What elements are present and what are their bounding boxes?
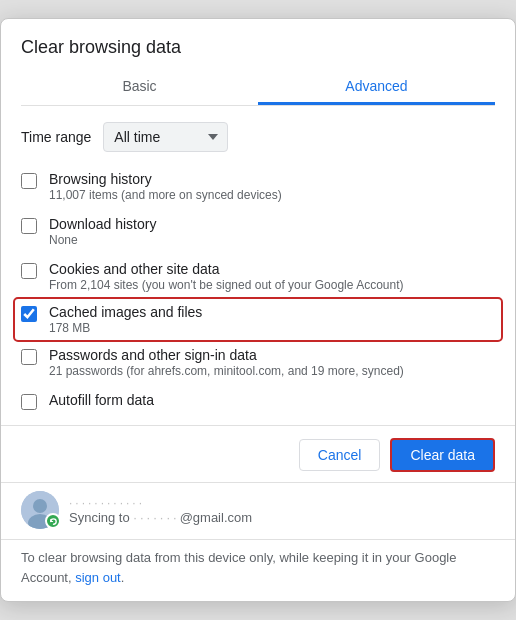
list-item: Autofill form data [21, 385, 495, 421]
tab-basic[interactable]: Basic [21, 68, 258, 105]
svg-point-1 [33, 499, 47, 513]
passwords-content: Passwords and other sign-in data 21 pass… [49, 347, 404, 378]
passwords-sub: 21 passwords (for ahrefs.com, minitool.c… [49, 364, 404, 378]
dialog-header: Clear browsing data Basic Advanced [1, 19, 515, 106]
cached-images-checkbox-wrap [21, 306, 37, 326]
browsing-history-sub: 11,007 items (and more on synced devices… [49, 188, 282, 202]
passwords-checkbox[interactable] [21, 349, 37, 365]
download-history-label: Download history [49, 216, 156, 232]
clear-data-button[interactable]: Clear data [390, 438, 495, 472]
download-history-checkbox-wrap [21, 218, 37, 238]
clear-browsing-data-dialog: Clear browsing data Basic Advanced Time … [0, 18, 516, 602]
list-item: Download history None [21, 209, 495, 254]
browsing-history-content: Browsing history 11,007 items (and more … [49, 171, 282, 202]
time-range-label: Time range [21, 129, 91, 145]
autofill-label: Autofill form data [49, 392, 154, 408]
download-history-content: Download history None [49, 216, 156, 247]
cached-images-checkbox[interactable] [21, 306, 37, 322]
list-item: Passwords and other sign-in data 21 pass… [21, 340, 495, 385]
cookies-checkbox[interactable] [21, 263, 37, 279]
time-range-row: Time range Last hour Last 24 hours Last … [21, 122, 495, 152]
download-history-checkbox[interactable] [21, 218, 37, 234]
cookies-label: Cookies and other site data [49, 261, 404, 277]
browsing-history-label: Browsing history [49, 171, 282, 187]
sync-section: ············ Syncing to ·······@gmail.co… [1, 482, 515, 539]
dialog-footer: Cancel Clear data [1, 425, 515, 482]
sync-icon [49, 517, 58, 526]
notice-section: To clear browsing data from this device … [1, 539, 515, 601]
cached-images-content: Cached images and files 178 MB [49, 304, 202, 335]
list-item: Browsing history 11,007 items (and more … [21, 164, 495, 209]
scrollable-area[interactable]: Time range Last hour Last 24 hours Last … [1, 106, 515, 425]
cookies-content: Cookies and other site data From 2,104 s… [49, 261, 404, 292]
sign-out-link[interactable]: sign out [75, 570, 121, 585]
download-history-sub: None [49, 233, 156, 247]
browsing-history-checkbox-wrap [21, 173, 37, 193]
avatar-wrap [21, 491, 59, 529]
cached-images-label: Cached images and files [49, 304, 202, 320]
cookies-checkbox-wrap [21, 263, 37, 283]
cookies-sub: From 2,104 sites (you won't be signed ou… [49, 278, 404, 292]
dialog-body: Time range Last hour Last 24 hours Last … [1, 106, 515, 425]
tab-advanced[interactable]: Advanced [258, 68, 495, 105]
autofill-checkbox[interactable] [21, 394, 37, 410]
sync-badge [45, 513, 61, 529]
time-range-select[interactable]: Last hour Last 24 hours Last 7 days Last… [103, 122, 228, 152]
notice-text-end: . [121, 570, 125, 585]
sync-email-suffix: @gmail.com [180, 510, 252, 525]
list-item: Cookies and other site data From 2,104 s… [21, 254, 495, 299]
cancel-button[interactable]: Cancel [299, 439, 381, 471]
sync-email-blur: ······· [133, 510, 179, 525]
passwords-label: Passwords and other sign-in data [49, 347, 404, 363]
sync-name: ············ [69, 495, 252, 510]
sync-text: Syncing to [69, 510, 133, 525]
autofill-content: Autofill form data [49, 392, 154, 408]
tabs: Basic Advanced [21, 68, 495, 106]
list-item: Cached images and files 178 MB [15, 299, 501, 340]
sync-info: ············ Syncing to ·······@gmail.co… [69, 495, 252, 525]
browsing-history-checkbox[interactable] [21, 173, 37, 189]
cached-images-sub: 178 MB [49, 321, 202, 335]
autofill-checkbox-wrap [21, 394, 37, 414]
sync-email: Syncing to ·······@gmail.com [69, 510, 252, 525]
passwords-checkbox-wrap [21, 349, 37, 369]
dialog-title: Clear browsing data [21, 37, 495, 58]
